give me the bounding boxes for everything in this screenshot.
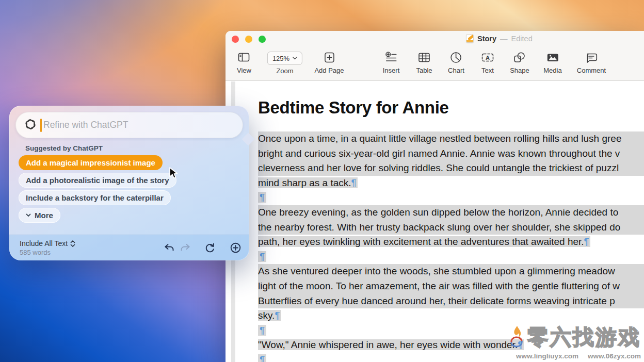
chatgpt-panel: Refine with ChatGPT Suggested by ChatGPT… xyxy=(9,106,249,260)
pilcrow-mark: ¶ xyxy=(260,354,265,362)
table-button[interactable]: Table xyxy=(416,50,432,74)
watermark-text: 零六找游戏 xyxy=(527,323,641,352)
chart-button[interactable]: Chart xyxy=(448,50,464,74)
shape-button[interactable]: Shape xyxy=(510,50,529,74)
document-text-line: cleverness and her love for solving ridd… xyxy=(258,161,644,176)
chevron-down-icon xyxy=(26,213,31,217)
chevron-down-icon xyxy=(293,57,297,60)
document-text-line: One breezy evening, as the golden sun di… xyxy=(258,205,644,220)
document-text-line: path, her eyes twinkling with excitement… xyxy=(258,235,644,250)
pilcrow-mark: ¶ xyxy=(260,325,265,336)
media-button[interactable]: Media xyxy=(543,50,561,74)
table-icon xyxy=(418,50,430,64)
shape-icon xyxy=(514,50,526,64)
zoom-value: 125% xyxy=(272,55,289,62)
add-button[interactable] xyxy=(229,241,242,255)
suggestion-list: Add a magical impressionist imageAdd a p… xyxy=(19,155,176,225)
pilcrow-mark: ¶ xyxy=(275,310,280,321)
document-text-line: the nearby forest. With her trusty backp… xyxy=(258,220,644,235)
chatgpt-prompt-input[interactable]: Refine with ChatGPT xyxy=(15,112,243,138)
text-box-icon: A xyxy=(481,50,494,64)
zoom-value-box[interactable]: 125% xyxy=(267,52,302,65)
insert-icon xyxy=(385,50,397,64)
document-text-line: Once upon a time, in a quaint little vil… xyxy=(258,131,644,146)
watermark-url-right: www.06zyx.com xyxy=(588,352,641,360)
add-page-icon xyxy=(324,50,335,64)
text-button[interactable]: A Text xyxy=(481,50,494,74)
document-text-line: bright and curious six-year-old girl nam… xyxy=(258,146,644,161)
insert-button[interactable]: Insert xyxy=(383,50,400,74)
toolbar: View 125% Zoom Add Page xyxy=(226,47,644,81)
document-text-line: As she ventured deeper into the woods, s… xyxy=(258,264,644,279)
mouse-cursor xyxy=(169,167,180,183)
view-button[interactable]: View xyxy=(237,50,251,74)
word-count: 585 words xyxy=(20,249,51,256)
suggestion-pill[interactable]: Add a magical impressionist image xyxy=(19,155,163,170)
view-sidebar-icon xyxy=(238,50,250,64)
pilcrow-mark: ¶ xyxy=(584,236,589,247)
close-button[interactable] xyxy=(232,36,239,43)
empty-paragraph-line: ¶ xyxy=(258,250,644,265)
text-caret xyxy=(40,119,42,132)
redo-icon xyxy=(180,243,191,253)
add-page-button[interactable]: Add Page xyxy=(314,50,344,74)
redo-button[interactable] xyxy=(179,241,192,255)
watermark-url-left: www.lingliuyx.com xyxy=(516,352,578,360)
empty-paragraph-line: ¶ xyxy=(258,190,644,205)
document-heading: Bedtime Story for Annie xyxy=(258,97,644,118)
document-body[interactable]: Bedtime Story for Annie Once upon a time… xyxy=(258,97,644,362)
suggestion-pill[interactable]: Add a photorealistic image of the story xyxy=(19,173,176,188)
document-text-line: light of the moon. To her amazement, the… xyxy=(258,279,644,294)
comment-bubble-icon xyxy=(585,50,598,64)
watermark-logo-icon xyxy=(508,325,525,351)
svg-text:A: A xyxy=(486,54,490,60)
window-titlebar: Story — Edited xyxy=(226,31,644,47)
panel-footer: Include All Text 585 words xyxy=(9,235,249,260)
window-title-group: Story — Edited xyxy=(466,34,533,43)
pages-window: Story — Edited View 125% Zoom xyxy=(226,31,644,362)
suggested-by-label: Suggested by ChatGPT xyxy=(25,144,103,152)
desktop-wallpaper: Story — Edited View 125% Zoom xyxy=(0,0,644,362)
pie-chart-icon xyxy=(450,50,462,64)
plus-circle-icon xyxy=(230,242,241,253)
edited-status: Edited xyxy=(511,35,533,43)
prompt-placeholder: Refine with ChatGPT xyxy=(43,120,128,130)
pilcrow-mark: ¶ xyxy=(351,177,357,188)
title-separator: — xyxy=(500,35,508,43)
window-title: Story xyxy=(477,35,496,43)
document-text-line: Butterflies of every hue danced around h… xyxy=(258,294,644,309)
document-text-line: sky.¶ xyxy=(258,308,644,323)
pilcrow-mark: ¶ xyxy=(260,192,265,203)
suggestion-pill[interactable]: Include a backstory for the caterpillar xyxy=(19,190,171,205)
minimize-button[interactable] xyxy=(245,36,252,43)
undo-icon xyxy=(164,243,174,253)
refresh-icon xyxy=(205,243,215,253)
media-photo-icon xyxy=(546,50,559,64)
zoom-window-button[interactable] xyxy=(259,36,266,43)
comment-button[interactable]: Comment xyxy=(577,50,606,74)
chatgpt-logo-icon xyxy=(23,117,38,134)
document-icon xyxy=(466,34,474,43)
more-suggestions-button[interactable]: More xyxy=(19,208,60,223)
undo-button[interactable] xyxy=(162,241,175,255)
include-all-text-selector[interactable]: Include All Text xyxy=(20,239,75,248)
pilcrow-mark: ¶ xyxy=(260,251,265,262)
regenerate-button[interactable] xyxy=(203,241,217,255)
document-canvas: Bedtime Story for Annie Once upon a time… xyxy=(226,81,644,362)
watermark: 零六找游戏 www.lingliuyx.com www.06zyx.com xyxy=(508,323,641,360)
chevron-up-down-icon xyxy=(70,240,75,247)
zoom-button[interactable]: 125% Zoom xyxy=(267,52,302,75)
document-text-line: mind sharp as a tack.¶ xyxy=(258,176,644,191)
